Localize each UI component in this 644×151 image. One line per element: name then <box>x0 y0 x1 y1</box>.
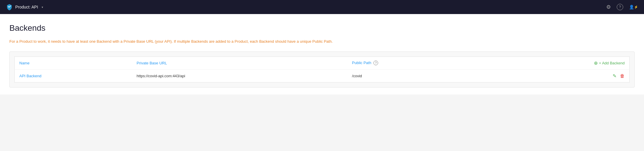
product-selector[interactable]: Product: API ▾ <box>6 4 43 11</box>
navbar: Product: API ▾ ⚙ ? 👤⚡ <box>0 0 644 14</box>
user-menu[interactable]: 👤⚡ <box>629 5 638 9</box>
plus-icon: ⊕ <box>594 60 598 66</box>
column-public-path: Public Path ? <box>347 56 480 69</box>
actions-cell: ✎ 🗑 <box>480 69 630 82</box>
chevron-down-icon: ▾ <box>42 6 43 9</box>
navbar-right: ⚙ ? 👤⚡ <box>606 4 638 10</box>
table-row: API Backend https://covid-api.com:443/ap… <box>15 69 630 82</box>
add-backend-cell: ⊕ + Add Backend <box>480 56 630 69</box>
product-logo-icon <box>6 4 13 11</box>
page-title: Backends <box>9 23 635 33</box>
public-path-cell: /covid <box>347 69 480 82</box>
help-icon[interactable]: ? <box>617 4 623 10</box>
column-private-base-url: Private Base URL <box>132 56 347 69</box>
navbar-left: Product: API ▾ <box>6 4 43 11</box>
description-highlight: If multiple Backends are added to a Prod… <box>173 39 333 44</box>
product-label: Product: API <box>15 5 38 9</box>
private-base-url-cell: https://covid-api.com:443/api <box>132 69 347 82</box>
edit-backend-icon[interactable]: ✎ <box>613 73 616 78</box>
public-path-help-icon[interactable]: ? <box>373 61 378 65</box>
add-backend-button[interactable]: ⊕ + Add Backend <box>485 60 625 66</box>
main-content: Backends For a Product to work, it needs… <box>0 14 644 95</box>
backend-name-cell[interactable]: API Backend <box>15 69 132 82</box>
backends-table-container: Name Private Base URL Public Path ? ⊕ + … <box>9 52 635 87</box>
delete-backend-icon[interactable]: 🗑 <box>620 73 625 78</box>
table-header-row: Name Private Base URL Public Path ? ⊕ + … <box>15 56 630 69</box>
description: For a Product to work, it needs to have … <box>9 39 635 44</box>
column-name: Name <box>15 56 132 69</box>
description-normal: For a Product to work, it needs to have … <box>9 39 173 44</box>
lightning-icon: ⚡ <box>634 5 638 9</box>
settings-icon[interactable]: ⚙ <box>606 4 611 10</box>
backend-name-link[interactable]: API Backend <box>19 74 41 78</box>
backends-table: Name Private Base URL Public Path ? ⊕ + … <box>14 56 630 83</box>
